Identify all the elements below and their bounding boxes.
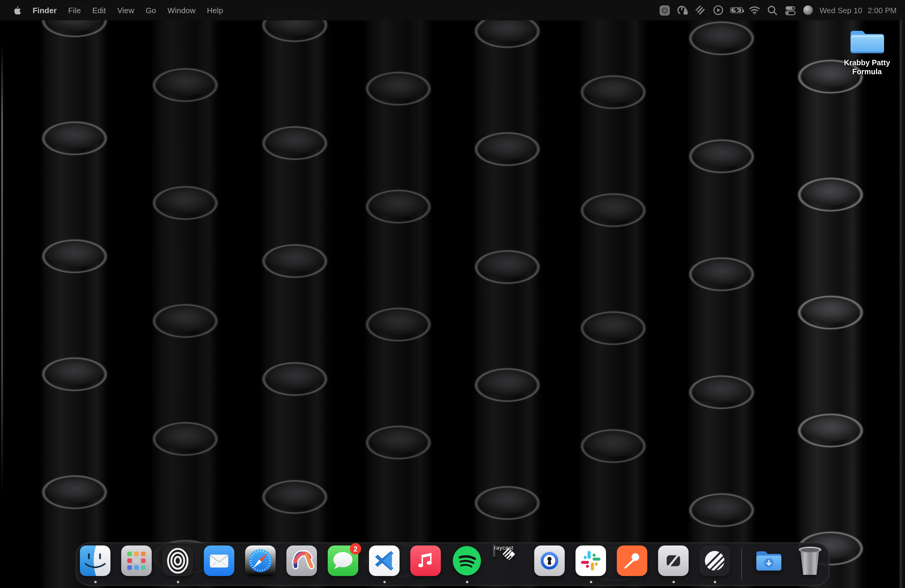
dock-item-slack[interactable]	[575, 545, 606, 585]
media-play-menu-icon[interactable]	[710, 3, 727, 17]
menu-bar-date: Wed Sep 10	[820, 6, 862, 15]
dock-item-messages[interactable]: 2	[328, 545, 358, 585]
wallpaper-cylinder-column	[150, 0, 220, 588]
mail-icon	[204, 545, 234, 576]
menu-bar-clock[interactable]: Wed Sep 10 2:00 PM	[820, 6, 897, 15]
apple-menu[interactable]	[7, 6, 27, 15]
running-indicator	[713, 581, 716, 583]
1password-icon	[534, 545, 565, 576]
dock-item-concentric-circles[interactable]	[162, 545, 193, 585]
wallpaper-cylinder-column	[578, 0, 648, 588]
battery-charging-icon[interactable]	[727, 3, 746, 17]
running-indicator	[672, 581, 675, 583]
wallpaper-cylinder-column	[40, 0, 110, 588]
starburst-menu-icon[interactable]	[656, 3, 674, 17]
dock-item-launchpad[interactable]	[121, 545, 152, 585]
dock-item-mail[interactable]	[204, 545, 234, 585]
concentric-circles-icon	[162, 545, 193, 576]
dock-item-finder[interactable]	[80, 545, 110, 585]
wallpaper-edge-highlight	[1, 42, 3, 497]
running-indicator	[94, 581, 96, 583]
finder-icon	[80, 545, 110, 576]
dock: 2	[76, 542, 829, 586]
wallpaper-cylinder-column	[363, 0, 433, 588]
wifi-icon[interactable]	[746, 3, 764, 17]
launchpad-icon	[121, 545, 152, 576]
dock-item-trash[interactable]	[795, 545, 825, 585]
privacy-stripes-menu-icon[interactable]	[692, 3, 710, 17]
control-center-icon[interactable]	[781, 3, 799, 17]
messages-icon: 2	[328, 545, 358, 576]
dock-item-raycast[interactable]: raycast	[493, 545, 524, 585]
dock-item-zed[interactable]	[658, 545, 689, 585]
running-indicator	[589, 581, 592, 583]
menu-view[interactable]: View	[112, 6, 140, 15]
apple-music-icon	[410, 545, 441, 576]
trash-icon	[797, 545, 823, 576]
dock-item-arc[interactable]	[286, 545, 317, 585]
messages-badge: 2	[350, 543, 361, 555]
vscode-icon	[369, 545, 400, 576]
menu-go[interactable]: Go	[140, 6, 162, 15]
wallpaper-cylinder-column	[472, 0, 542, 588]
desktop: Finder File Edit View Go Window Help	[0, 0, 905, 588]
wallpaper-cylinder-column	[260, 0, 330, 588]
running-indicator	[466, 581, 468, 583]
linear-icon	[699, 545, 730, 576]
arc-browser-icon	[286, 545, 317, 576]
menu-app-name[interactable]: Finder	[27, 6, 62, 15]
dock-divider	[741, 548, 742, 580]
running-indicator	[383, 581, 386, 583]
wallpaper-cylinder-column	[795, 0, 865, 588]
wallpaper-cylinder-column	[686, 0, 757, 588]
menu-bar-time: 2:00 PM	[868, 6, 897, 15]
dock-item-safari[interactable]	[245, 545, 276, 585]
dock-item-1password[interactable]	[534, 545, 565, 585]
dock-item-downloads-folder[interactable]	[753, 545, 784, 585]
menu-bar: Finder File Edit View Go Window Help	[0, 0, 905, 21]
menu-bar-status: Wed Sep 10 2:00 PM	[656, 3, 897, 17]
menu-file[interactable]: File	[62, 6, 87, 15]
siri-icon[interactable]	[799, 3, 817, 17]
screen-lock-menu-icon[interactable]	[674, 3, 692, 17]
downloads-folder-icon	[753, 545, 784, 576]
wallpaper	[0, 0, 905, 588]
menu-window[interactable]: Window	[162, 6, 202, 15]
spotify-icon	[452, 545, 482, 576]
dock-item-spotify[interactable]	[452, 545, 482, 585]
dock-item-vscode[interactable]	[369, 545, 400, 585]
zed-icon	[658, 545, 689, 576]
wallpaper-edge-column	[900, 0, 905, 588]
dock-item-linear[interactable]	[699, 545, 730, 585]
dock-item-postman[interactable]	[617, 545, 647, 585]
safari-icon	[245, 545, 276, 576]
apple-logo-icon	[13, 6, 21, 15]
postman-icon	[617, 545, 647, 576]
folder-icon	[848, 26, 886, 56]
menu-edit[interactable]: Edit	[86, 6, 112, 15]
menu-bar-left: Finder File Edit View Go Window Help	[7, 6, 229, 15]
spotlight-search-icon[interactable]	[764, 3, 781, 17]
slack-icon	[575, 545, 606, 576]
desktop-folder-krabby-patty[interactable]: Krabby Patty Formula	[834, 26, 900, 77]
raycast-icon: raycast	[493, 545, 524, 576]
running-indicator	[176, 581, 179, 583]
dock-item-music[interactable]	[410, 545, 441, 585]
desktop-folder-label: Krabby Patty Formula	[840, 59, 894, 77]
menu-help[interactable]: Help	[201, 6, 229, 15]
